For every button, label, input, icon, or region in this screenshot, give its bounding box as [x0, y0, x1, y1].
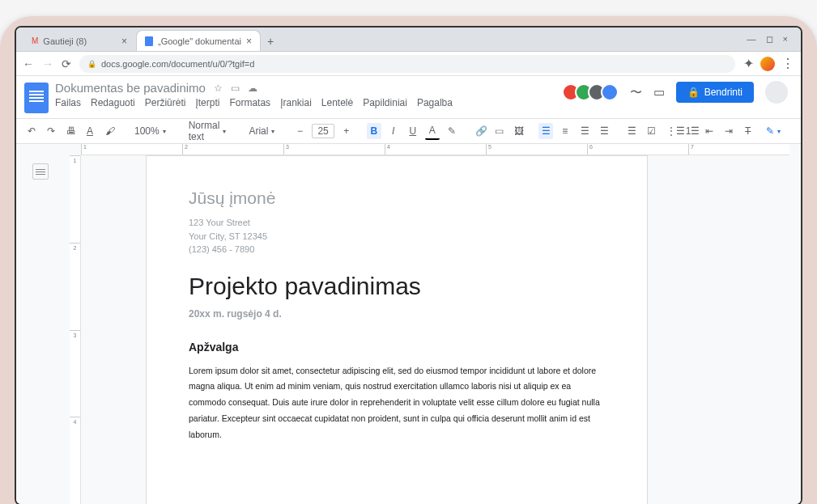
- image-icon[interactable]: 🖼: [511, 123, 526, 139]
- url-field[interactable]: 🔒 docs.google.com/document/u/0/?tgif=d: [79, 55, 735, 73]
- cloud-status-icon[interactable]: ☁: [248, 83, 257, 94]
- company-address: 123 Your Street Your City, ST 12345 (123…: [189, 216, 605, 256]
- numbered-list-icon[interactable]: 1☰: [683, 123, 697, 139]
- document-page[interactable]: Jūsų įmonė 123 Your Street Your City, ST…: [146, 155, 648, 504]
- vertical-ruler[interactable]: 1234: [70, 155, 81, 504]
- bold-icon[interactable]: B: [367, 123, 381, 139]
- laptop-frame: M Gautieji (8) × „Google" dokumentai × +…: [0, 16, 817, 504]
- formatting-toolbar: ↶ ↷ 🖶 A 🖌 100% Normal text Arial − 25 + …: [16, 118, 801, 144]
- font-size-decrease[interactable]: −: [292, 123, 307, 139]
- font-size[interactable]: 25: [312, 124, 334, 138]
- browser-url-bar: ← → ⟳ 🔒 docs.google.com/document/u/0/?tg…: [16, 52, 801, 76]
- project-title: Projekto pavadinimas: [189, 273, 605, 300]
- lock-icon: 🔒: [87, 60, 96, 68]
- italic-icon[interactable]: I: [386, 123, 401, 139]
- comments-icon[interactable]: ▭: [653, 85, 665, 100]
- text-color-icon[interactable]: A: [425, 122, 440, 140]
- avatar: [601, 83, 619, 101]
- horizontal-ruler[interactable]: 1234567: [81, 144, 789, 155]
- window-controls: — ◻ ×: [741, 34, 794, 44]
- pencil-icon: ✎: [766, 125, 774, 137]
- url-text: docs.google.com/document/u/0/?tgif=d: [101, 59, 254, 69]
- back-icon[interactable]: ←: [23, 57, 34, 70]
- new-tab-button[interactable]: +: [261, 32, 280, 51]
- font-size-increase[interactable]: +: [339, 123, 354, 139]
- doc-title[interactable]: Dokumentas be pavadinimo: [55, 81, 206, 95]
- menu-insert[interactable]: Įterpti: [195, 97, 219, 108]
- align-center-icon[interactable]: ≡: [558, 123, 572, 139]
- menu-edit[interactable]: Redaguoti: [91, 97, 135, 108]
- screen: M Gautieji (8) × „Google" dokumentai × +…: [15, 26, 802, 504]
- user-avatar-icon[interactable]: [765, 81, 788, 104]
- move-icon[interactable]: ▭: [231, 83, 240, 94]
- collaborator-avatars[interactable]: [567, 83, 619, 101]
- menu-tools[interactable]: Įrankiai: [280, 97, 312, 108]
- style-select[interactable]: Normal text: [184, 120, 232, 142]
- browser-tab-docs[interactable]: „Google" dokumentai ×: [136, 30, 261, 51]
- menu-bar: Failas Redaguoti Peržiūrėti Įterpti Form…: [55, 97, 560, 108]
- browser-menu-icon[interactable]: ⋮: [781, 56, 794, 71]
- align-justify-icon[interactable]: ☰: [597, 123, 611, 139]
- browser-profile-icon[interactable]: [760, 57, 775, 71]
- browser-tab-gmail[interactable]: M Gautieji (8) ×: [23, 30, 136, 51]
- indent-decrease-icon[interactable]: ⇤: [702, 123, 717, 139]
- redo-icon[interactable]: ↷: [44, 123, 58, 139]
- spellcheck-icon[interactable]: A: [83, 123, 97, 139]
- bulleted-list-icon[interactable]: ⋮☰: [663, 123, 678, 139]
- line-spacing-icon[interactable]: ☰: [624, 123, 639, 139]
- clear-format-icon[interactable]: T: [741, 123, 755, 139]
- reload-icon[interactable]: ⟳: [62, 57, 71, 70]
- font-select[interactable]: Arial: [244, 125, 279, 137]
- align-right-icon[interactable]: ☰: [577, 123, 592, 139]
- minimize-icon[interactable]: —: [747, 34, 756, 44]
- menu-addons[interactable]: Papildiniai: [363, 97, 407, 108]
- paint-format-icon[interactable]: 🖌: [102, 123, 117, 139]
- checklist-icon[interactable]: ☑: [644, 123, 658, 139]
- docs-icon: [145, 36, 153, 46]
- indent-increase-icon[interactable]: ⇥: [721, 123, 736, 139]
- comment-icon[interactable]: ▭: [491, 123, 506, 139]
- link-icon[interactable]: 🔗: [472, 123, 487, 139]
- close-icon[interactable]: ×: [246, 36, 252, 47]
- star-icon[interactable]: ☆: [214, 83, 223, 94]
- menu-table[interactable]: Lentelė: [321, 97, 353, 108]
- forward-icon[interactable]: →: [42, 57, 53, 70]
- body-paragraph: Lorem ipsum dolor sit amet, consectetur …: [189, 363, 605, 444]
- menu-view[interactable]: Peržiūrėti: [145, 97, 186, 108]
- align-left-icon[interactable]: ☰: [538, 123, 553, 139]
- undo-icon[interactable]: ↶: [24, 123, 39, 139]
- menu-format[interactable]: Formatas: [229, 97, 270, 108]
- activity-icon[interactable]: 〜: [630, 85, 642, 100]
- tab-title: „Google" dokumentai: [158, 36, 241, 46]
- project-date: 20xx m. rugsėjo 4 d.: [189, 308, 605, 320]
- document-area: 1234567 1234 Jūsų įmonė 123 Your Street …: [16, 144, 801, 504]
- lock-icon: 🔒: [687, 87, 700, 98]
- close-icon[interactable]: ×: [121, 36, 127, 47]
- extensions-icon[interactable]: ✦: [743, 56, 754, 71]
- editing-mode-button[interactable]: ✎ ▾: [760, 123, 786, 139]
- menu-file[interactable]: Failas: [55, 97, 81, 108]
- tab-title: Gautieji (8): [43, 36, 87, 46]
- menu-help[interactable]: Pagalba: [417, 97, 453, 108]
- print-icon[interactable]: 🖶: [63, 123, 78, 139]
- docs-logo-icon[interactable]: [24, 83, 49, 113]
- highlight-icon[interactable]: ✎: [445, 123, 459, 139]
- close-window-icon[interactable]: ×: [783, 34, 788, 44]
- underline-icon[interactable]: U: [406, 123, 420, 139]
- gmail-icon: M: [32, 36, 38, 45]
- outline-toggle-icon[interactable]: [32, 163, 49, 180]
- company-name: Jūsų įmonė: [189, 188, 605, 208]
- docs-header: Dokumentas be pavadinimo ☆ ▭ ☁ Failas Re…: [16, 76, 801, 113]
- share-button[interactable]: 🔒 Bendrinti: [676, 82, 754, 103]
- share-label: Bendrinti: [704, 87, 743, 98]
- zoom-select[interactable]: 100%: [130, 125, 171, 137]
- maximize-icon[interactable]: ◻: [766, 34, 773, 44]
- browser-tab-bar: M Gautieji (8) × „Google" dokumentai × +…: [16, 28, 801, 52]
- section-heading: Apžvalga: [189, 341, 605, 354]
